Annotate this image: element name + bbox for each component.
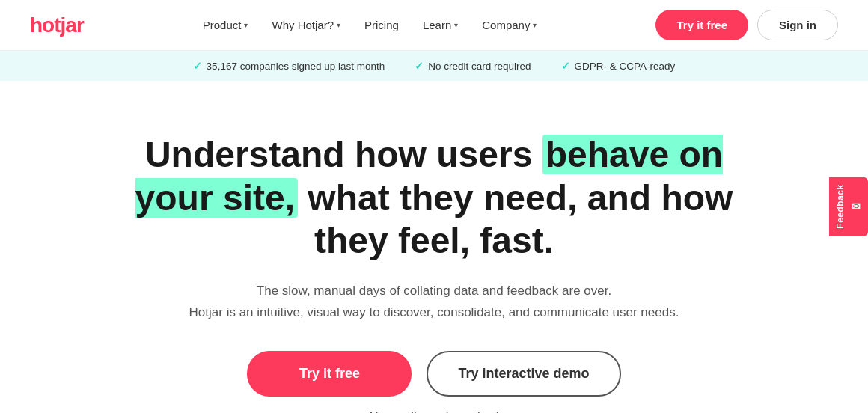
feedback-label: Feedback [835, 184, 846, 228]
try-demo-button[interactable]: Try interactive demo [427, 351, 620, 397]
banner-text-no-cc: No credit card required [428, 61, 531, 72]
nav-item-learn[interactable]: Learn ▾ [423, 19, 458, 31]
banner-text-signups: 35,167 companies signed up last month [207, 61, 385, 72]
navbar: hotjar Product ▾ Why Hotjar? ▾ Pricing L… [0, 0, 868, 51]
chevron-down-icon: ▾ [454, 21, 458, 29]
headline-before: Understand how users [145, 135, 542, 174]
nav-right: Try it free Sign in [655, 10, 838, 40]
chevron-down-icon: ▾ [244, 21, 248, 29]
hero-headline: Understand how users behave on your site… [127, 133, 741, 263]
banner-text-gdpr: GDPR- & CCPA-ready [575, 61, 676, 72]
mail-icon: ✉ [850, 201, 862, 213]
check-icon: ✓ [415, 60, 424, 72]
nav-item-why-hotjar[interactable]: Why Hotjar? ▾ [272, 19, 340, 31]
banner-item-gdpr: ✓ GDPR- & CCPA-ready [561, 60, 676, 72]
nav-item-pricing[interactable]: Pricing [364, 19, 399, 31]
check-icon: ✓ [193, 60, 202, 72]
banner-item-signups: ✓ 35,167 companies signed up last month [193, 60, 385, 72]
no-credit-card-text: No credit card required [127, 407, 741, 413]
headline-after: what they need, and how they feel, fast. [298, 178, 733, 261]
nav-label-company: Company [482, 19, 530, 31]
check-icon: ✓ [561, 60, 570, 72]
nav-links: Product ▾ Why Hotjar? ▾ Pricing Learn ▾ … [203, 19, 537, 31]
nav-label-learn: Learn [423, 19, 451, 31]
logo-accent: jar [61, 13, 84, 37]
sign-in-button[interactable]: Sign in [757, 10, 838, 40]
nav-label-product: Product [203, 19, 242, 31]
hero-section: Understand how users behave on your site… [97, 81, 771, 413]
hero-subtext-line2: Hotjar is an intuitive, visual way to di… [189, 305, 679, 319]
hero-subtext-line1: The slow, manual days of collating data … [257, 284, 611, 298]
nav-label-why-hotjar: Why Hotjar? [272, 19, 334, 31]
chevron-down-icon: ▾ [533, 21, 537, 29]
logo[interactable]: hotjar [30, 13, 84, 37]
logo-text: hot [30, 13, 61, 37]
try-free-hero-button[interactable]: Try it free [247, 351, 412, 397]
hero-subtext: The slow, manual days of collating data … [127, 281, 741, 324]
try-free-nav-button[interactable]: Try it free [655, 10, 748, 40]
chevron-down-icon: ▾ [337, 21, 340, 29]
feedback-tab-wrapper[interactable]: Feedback ✉ [829, 177, 868, 236]
info-banner: ✓ 35,167 companies signed up last month … [0, 51, 868, 81]
nav-item-product[interactable]: Product ▾ [203, 19, 248, 31]
nav-label-pricing: Pricing [364, 19, 399, 31]
hero-buttons: Try it free Try interactive demo [127, 351, 741, 397]
nav-item-company[interactable]: Company ▾ [482, 19, 537, 31]
feedback-button[interactable]: Feedback ✉ [829, 177, 868, 236]
banner-item-no-cc: ✓ No credit card required [415, 60, 531, 72]
